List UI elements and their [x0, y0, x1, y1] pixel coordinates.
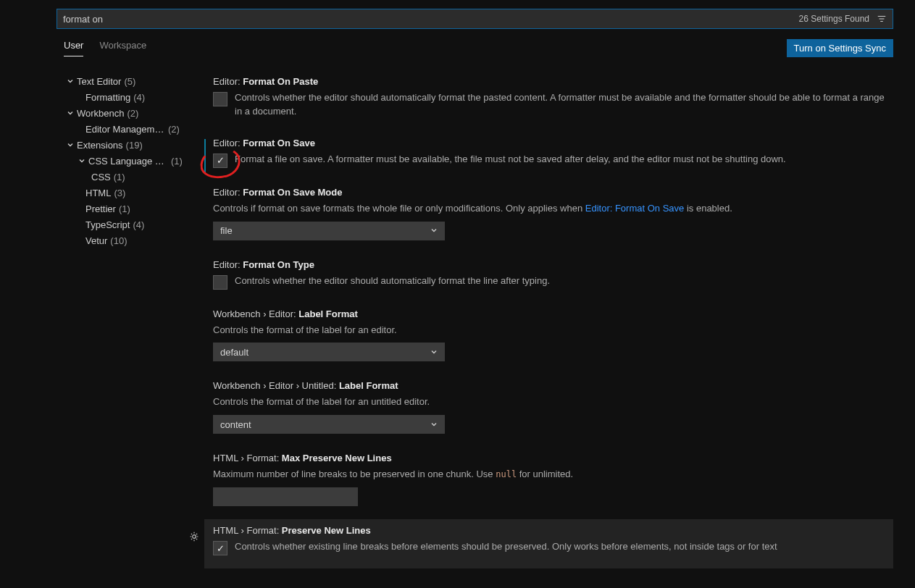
toc-count: (1) [119, 203, 130, 214]
toc-label: CSS Language Fe… [88, 156, 168, 167]
toc-workbench[interactable]: Workbench (2) [57, 105, 187, 121]
setting-description: Controls whether the editor should autom… [235, 91, 885, 119]
toc-count: (3) [114, 188, 125, 198]
toc-count: (1) [171, 156, 183, 167]
setting-untitled-label-format: Workbench › Editor › Untitled: Label For… [204, 374, 893, 447]
toc-count: (19) [126, 140, 143, 151]
toc-label: Editor Manageme… [85, 124, 165, 135]
setting-title: Editor: Format On Type [213, 259, 885, 270]
setting-preserve-new-lines: HTML › Format: Preserve New Lines Contro… [204, 519, 893, 568]
select-value: file [220, 225, 233, 236]
setting-name: Label Format [298, 308, 358, 319]
setting-prefix: Editor: [213, 138, 243, 148]
setting-prefix: Workbench › Editor: [213, 308, 298, 319]
code-literal: null [496, 469, 517, 479]
toc-count: (2) [168, 124, 180, 135]
select-dropdown[interactable]: content [213, 415, 445, 434]
filter-icon[interactable] [875, 12, 888, 25]
settings-sync-button[interactable]: Turn on Settings Sync [787, 39, 893, 57]
setting-format-on-save: Editor: Format On Save Format a file on … [204, 132, 893, 181]
setting-title: HTML › Format: Preserve New Lines [213, 525, 885, 536]
toc-css-language[interactable]: CSS Language Fe… (1) [57, 153, 187, 169]
setting-max-preserve-new-lines: HTML › Format: Max Preserve New Lines Ma… [204, 447, 893, 519]
toc-extensions[interactable]: Extensions (19) [57, 137, 187, 153]
setting-name: Format On Paste [243, 76, 318, 87]
toc-label: Vetur [85, 235, 107, 246]
toc-label: Text Editor [77, 76, 121, 87]
setting-title: HTML › Format: Max Preserve New Lines [213, 453, 885, 463]
setting-name: Format On Save Mode [243, 187, 342, 198]
setting-description: Maximum number of line breaks to be pres… [213, 468, 885, 482]
toc-count: (1) [114, 172, 125, 182]
text-input[interactable] [213, 487, 358, 506]
chevron-down-icon [65, 77, 75, 85]
toc-label: Prettier [85, 203, 116, 214]
toc-count: (10) [110, 235, 127, 246]
svg-point-3 [193, 535, 196, 539]
toc-text-editor[interactable]: Text Editor (5) [57, 73, 187, 89]
toc-count: (4) [133, 92, 145, 103]
checkbox[interactable] [213, 541, 227, 555]
chevron-down-icon [430, 419, 438, 430]
tab-user[interactable]: User [64, 40, 83, 56]
toc-html[interactable]: HTML (3) [57, 185, 187, 201]
checkbox[interactable] [213, 92, 227, 106]
setting-name: Format On Type [243, 259, 314, 270]
chevron-down-icon [65, 109, 75, 117]
setting-link[interactable]: Editor: Format On Save [585, 203, 685, 214]
select-dropdown[interactable]: file [213, 222, 445, 240]
setting-name: Label Format [339, 380, 398, 391]
setting-title: Workbench › Editor › Untitled: Label For… [213, 380, 885, 391]
toc-label: Extensions [77, 140, 123, 151]
setting-description: Controls whether the editor should autom… [235, 274, 550, 288]
setting-title: Workbench › Editor: Label Format [213, 308, 885, 319]
setting-description: Controls if format on save formats the w… [213, 202, 885, 216]
toc-label: Formatting [85, 92, 130, 103]
setting-prefix: Workbench › Editor › Untitled: [213, 380, 339, 391]
settings-body: Text Editor (5) Formatting (4) Workbench… [57, 70, 893, 588]
toc-count: (2) [128, 108, 139, 119]
setting-description: Controls whether existing line breaks be… [235, 540, 777, 554]
setting-description: Controls the format of the label for an … [213, 324, 885, 337]
scope-switcher: User Workspace [57, 40, 146, 56]
toc-editor-management[interactable]: Editor Manageme… (2) [57, 121, 187, 137]
setting-format-on-type: Editor: Format On Type Controls whether … [204, 253, 893, 303]
setting-name: Max Preserve New Lines [282, 453, 392, 463]
settings-header: User Workspace Turn on Settings Sync [57, 39, 893, 57]
setting-prefix: Editor: [213, 259, 243, 270]
chevron-down-icon [430, 225, 438, 236]
search-input[interactable] [57, 9, 799, 28]
setting-prefix: Editor: [213, 76, 243, 87]
select-value: content [220, 419, 251, 430]
toc-label: Workbench [77, 108, 125, 119]
select-dropdown[interactable]: default [213, 343, 445, 361]
search-results-count: 26 Settings Found [799, 14, 875, 24]
setting-format-on-paste: Editor: Format On Paste Controls whether… [204, 70, 893, 132]
toc-count: (4) [133, 219, 144, 230]
settings-list[interactable]: Editor: Format On Paste Controls whether… [187, 70, 893, 588]
chevron-down-icon [430, 347, 438, 358]
toc-label: CSS [91, 172, 111, 182]
setting-title: Editor: Format On Save [213, 138, 885, 148]
setting-title: Editor: Format On Paste [213, 76, 885, 87]
toc-vetur[interactable]: Vetur (10) [57, 232, 187, 248]
checkbox[interactable] [213, 275, 227, 290]
tab-workspace[interactable]: Workspace [99, 40, 146, 56]
settings-editor: 26 Settings Found User Workspace Turn on… [0, 0, 915, 588]
select-value: default [220, 347, 248, 358]
gear-icon[interactable] [188, 531, 200, 545]
toc-label: TypeScript [85, 219, 130, 230]
setting-name: Format On Save [243, 138, 315, 148]
setting-title: Editor: Format On Save Mode [213, 187, 885, 198]
chevron-down-icon [65, 141, 75, 148]
settings-search[interactable]: 26 Settings Found [57, 9, 893, 29]
toc-formatting[interactable]: Formatting (4) [57, 89, 187, 105]
checkbox[interactable] [213, 154, 227, 168]
modified-indicator [204, 139, 206, 172]
toc-css[interactable]: CSS (1) [57, 169, 187, 185]
toc-typescript[interactable]: TypeScript (4) [57, 217, 187, 232]
setting-label-format: Workbench › Editor: Label Format Control… [204, 303, 893, 375]
setting-prefix: HTML › Format: [213, 525, 282, 536]
toc-prettier[interactable]: Prettier (1) [57, 201, 187, 217]
setting-name: Preserve New Lines [282, 525, 371, 536]
